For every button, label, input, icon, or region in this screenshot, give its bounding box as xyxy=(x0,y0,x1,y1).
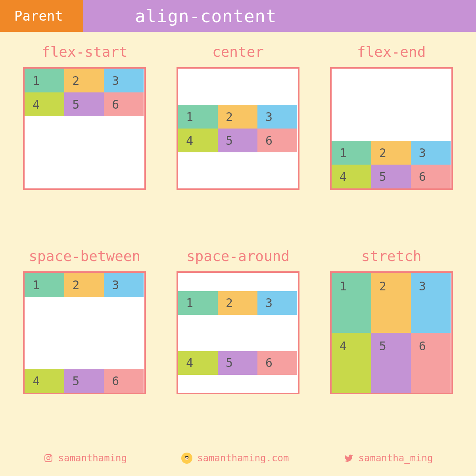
flex-container: 123456 xyxy=(330,67,453,190)
header-badge: Parent xyxy=(0,0,83,32)
flex-item-1: 1 xyxy=(178,291,218,315)
flex-item-6: 6 xyxy=(257,351,297,375)
example-title: center xyxy=(212,44,264,60)
flex-item-6: 6 xyxy=(411,333,451,393)
footer-website-label: samanthaming.com xyxy=(197,453,289,464)
flex-container: 123456 xyxy=(177,67,299,190)
flex-item-4: 4 xyxy=(332,333,371,393)
footer-website[interactable]: samanthaming.com xyxy=(181,453,289,464)
flex-item-4: 4 xyxy=(25,369,64,393)
flex-item-5: 5 xyxy=(218,351,257,375)
example-space-between: space-between123456 xyxy=(16,248,154,440)
instagram-icon xyxy=(43,453,54,463)
flex-item-6: 6 xyxy=(104,92,144,116)
flex-item-2: 2 xyxy=(371,273,411,333)
flex-item-3: 3 xyxy=(104,69,144,92)
flex-item-1: 1 xyxy=(25,273,64,297)
flex-item-1: 1 xyxy=(332,273,371,333)
page-title: align-content xyxy=(83,0,476,32)
svg-point-1 xyxy=(47,457,50,460)
flex-container: 123456 xyxy=(330,271,453,394)
flex-item-5: 5 xyxy=(64,369,104,393)
flex-item-3: 3 xyxy=(257,105,297,129)
flex-item-6: 6 xyxy=(104,369,144,393)
example-stretch: stretch123456 xyxy=(322,248,460,440)
flex-container: 123456 xyxy=(23,67,146,190)
svg-point-5 xyxy=(186,458,186,459)
examples-grid: flex-start123456center123456flex-end1234… xyxy=(0,32,476,444)
example-space-around: space-around123456 xyxy=(169,248,307,440)
example-flex-end: flex-end123456 xyxy=(322,44,460,236)
flex-item-6: 6 xyxy=(411,165,451,188)
svg-point-2 xyxy=(50,456,51,457)
footer-instagram[interactable]: samanthaming xyxy=(43,453,127,464)
footer-twitter[interactable]: samantha_ming xyxy=(344,453,433,464)
flex-item-4: 4 xyxy=(25,92,64,116)
example-title: stretch xyxy=(361,248,422,264)
flex-item-5: 5 xyxy=(371,333,411,393)
example-title: flex-start xyxy=(42,44,128,60)
flex-item-4: 4 xyxy=(178,351,218,375)
footer-instagram-label: samanthaming xyxy=(58,453,127,464)
flex-item-1: 1 xyxy=(25,69,64,92)
flex-container: 123456 xyxy=(23,271,146,394)
flex-item-1: 1 xyxy=(332,141,371,165)
flex-item-5: 5 xyxy=(218,129,257,152)
example-title: flex-end xyxy=(357,44,426,60)
flex-item-2: 2 xyxy=(64,69,104,92)
flex-item-2: 2 xyxy=(64,273,104,297)
svg-point-4 xyxy=(185,457,188,460)
flex-item-4: 4 xyxy=(332,165,371,188)
footer-twitter-label: samantha_ming xyxy=(359,453,433,464)
flex-item-3: 3 xyxy=(411,141,451,165)
svg-point-6 xyxy=(187,458,188,459)
flex-item-3: 3 xyxy=(104,273,144,297)
flex-item-1: 1 xyxy=(178,105,218,129)
twitter-icon xyxy=(344,453,354,463)
example-center: center123456 xyxy=(169,44,307,236)
footer: samanthaming samanthaming.com samantha_m… xyxy=(0,444,476,476)
flex-item-3: 3 xyxy=(411,273,451,333)
flex-item-4: 4 xyxy=(178,129,218,152)
example-title: space-between xyxy=(29,248,140,264)
flex-item-5: 5 xyxy=(64,92,104,116)
flex-item-5: 5 xyxy=(371,165,411,188)
flex-item-3: 3 xyxy=(257,291,297,315)
flex-container: 123456 xyxy=(177,271,299,394)
flex-item-2: 2 xyxy=(218,291,257,315)
avatar-icon xyxy=(181,453,192,464)
flex-item-6: 6 xyxy=(257,129,297,152)
flex-item-2: 2 xyxy=(371,141,411,165)
example-title: space-around xyxy=(186,248,290,264)
header: Parent align-content xyxy=(0,0,476,32)
flex-item-2: 2 xyxy=(218,105,257,129)
example-flex-start: flex-start123456 xyxy=(16,44,154,236)
